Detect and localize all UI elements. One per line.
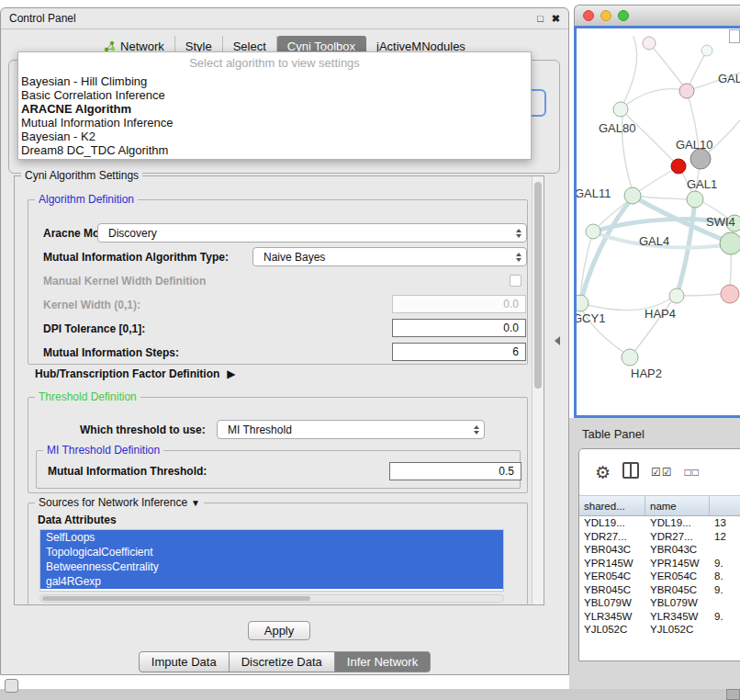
- collapse-panel-arrow-icon[interactable]: [555, 336, 560, 345]
- mi-threshold-group-title: MI Threshold Definition: [43, 444, 163, 457]
- combo-stepper-icon: [516, 253, 521, 262]
- data-attributes-label: Data Attributes: [38, 513, 117, 527]
- aracne-mode-select[interactable]: Discovery: [97, 223, 527, 243]
- float-window-icon[interactable]: □: [537, 13, 544, 24]
- minimized-panel-icon[interactable]: [5, 679, 18, 693]
- algorithm-option[interactable]: Basic Correlation Inference: [18, 88, 531, 102]
- cell-shared-name: YLR345W: [579, 611, 645, 622]
- settings-scrollbar-thumb[interactable]: [534, 182, 542, 389]
- manual-kernel-checkbox[interactable]: [510, 275, 521, 287]
- algorithm-option[interactable]: ARACNE Algorithm: [18, 102, 531, 116]
- cell-name: YBR045C: [645, 584, 710, 595]
- table-row[interactable]: YBL079W YBL079W: [579, 596, 740, 610]
- network-tab-icon: [104, 40, 116, 52]
- column-header-third[interactable]: [710, 496, 740, 515]
- attribute-item[interactable]: SelfLoops: [40, 530, 503, 545]
- node-hap4[interactable]: [669, 288, 684, 303]
- algorithm-option[interactable]: Mutual Information Inference: [18, 116, 531, 130]
- cell-shared-name: YBR045C: [579, 584, 645, 595]
- table-row[interactable]: YBR045C YBR045C 9.: [579, 583, 740, 597]
- node-label-swi4: SWI4: [706, 215, 735, 229]
- algorithm-placeholder: Select algorithm to view settings: [18, 52, 531, 74]
- select-columns-icon[interactable]: ☑☑: [651, 466, 673, 479]
- node-hap2[interactable]: [622, 349, 638, 366]
- node-gal4[interactable]: [720, 232, 740, 254]
- column-header-shared-name[interactable]: shared...: [579, 496, 645, 515]
- gear-icon[interactable]: ⚙: [595, 462, 611, 483]
- node-gal11[interactable]: [624, 187, 641, 204]
- column-header-name[interactable]: name: [645, 496, 710, 515]
- algorithm-dropdown-popup: Select algorithm to view settings Bayesi…: [17, 51, 532, 160]
- minimize-traffic-light-icon[interactable]: [600, 10, 611, 21]
- algorithm-option[interactable]: Dream8 DC_TDC Algorithm: [18, 143, 531, 157]
- network-window-titlebar[interactable]: [574, 5, 740, 26]
- algorithm-option[interactable]: Bayesian - K2: [18, 130, 531, 143]
- table-row[interactable]: YDR27... YDR27... 12: [579, 530, 740, 544]
- mi-algorithm-type-select[interactable]: Naive Bayes: [252, 247, 527, 266]
- node-label-gal10: GAL10: [676, 138, 712, 152]
- threshold-definition-title: Threshold Definition: [35, 390, 140, 403]
- cell-name: YER054C: [645, 570, 710, 581]
- resize-grip[interactable]: [726, 689, 740, 700]
- cell-shared-name: YBL079W: [579, 597, 645, 608]
- attributes-h-scrollbar[interactable]: [39, 594, 504, 603]
- zoom-traffic-light-icon[interactable]: [618, 10, 629, 21]
- sources-group-title[interactable]: Sources for Network Inference▼: [35, 496, 204, 510]
- aracne-mode-value: Discovery: [108, 227, 157, 240]
- node-pink-right[interactable]: [721, 285, 739, 303]
- cell-name: YJL052C: [645, 624, 710, 635]
- attributes-h-scrollbar-thumb[interactable]: [42, 596, 310, 601]
- attribute-item[interactable]: TopologicalCoefficient: [40, 545, 503, 559]
- node-gal8[interactable]: [679, 84, 694, 98]
- mi-threshold-label: Mutual Information Threshold:: [48, 464, 207, 479]
- cell-value: 12: [710, 531, 740, 542]
- dpi-tolerance-input[interactable]: [392, 319, 526, 337]
- settings-group-title: Cyni Algorithm Settings: [21, 169, 142, 182]
- attribute-item[interactable]: BetweennessCentrality: [40, 559, 503, 574]
- mi-algorithm-type-value: Naive Bayes: [263, 251, 325, 264]
- apply-button[interactable]: Apply: [248, 621, 310, 640]
- close-window-icon[interactable]: ✖: [552, 13, 560, 25]
- node-gal10[interactable]: [690, 149, 711, 169]
- node-small-top[interactable]: [643, 37, 656, 50]
- node-gal80[interactable]: [613, 102, 628, 117]
- algorithm-definition-group: Algorithm Definition Aracne Mode: Discov…: [28, 199, 528, 365]
- sources-group: Sources for Network Inference▼ Data Attr…: [28, 502, 528, 604]
- hub-definition-expander[interactable]: Hub/Transcription Factor Definition ▶: [35, 367, 236, 381]
- column-view-icon[interactable]: [622, 462, 639, 482]
- deselect-columns-icon[interactable]: □□: [685, 466, 701, 479]
- node-label-hap4: HAP4: [645, 307, 676, 321]
- mi-threshold-group: MI Threshold Definition Mutual Informati…: [36, 450, 521, 489]
- table-row[interactable]: YPR145W YPR145W 9.: [579, 557, 740, 570]
- mi-threshold-input[interactable]: [389, 462, 521, 480]
- table-row[interactable]: YDL19... YDL19... 13: [579, 516, 740, 530]
- node-small-top2[interactable]: [701, 45, 712, 56]
- which-threshold-value: MI Threshold: [228, 423, 292, 436]
- attribute-item[interactable]: gal4RGexp: [40, 574, 503, 589]
- table-toolbar: ⚙ ☑☑ □□: [579, 449, 740, 495]
- close-traffic-light-icon[interactable]: [583, 10, 594, 21]
- bottom-tabbar: Impute Data Discretize Data Infer Networ…: [1, 651, 568, 672]
- tab-impute-data[interactable]: Impute Data: [139, 651, 230, 672]
- network-canvas[interactable]: GAL8 GAL80 GAL10 GAL11 GAL1 SWI4 GAL4 GC…: [574, 26, 740, 418]
- table-row[interactable]: YER054C YER054C 8.: [579, 570, 740, 583]
- table-row[interactable]: YJL052C YJL052C: [579, 623, 740, 637]
- node-label-gcy1: GCY1: [577, 311, 605, 325]
- node-label-gal1: GAL1: [687, 177, 717, 191]
- which-threshold-select[interactable]: MI Threshold: [217, 420, 485, 439]
- kernel-width-label: Kernel Width (0,1):: [43, 298, 140, 312]
- settings-scrollbar[interactable]: [532, 176, 544, 604]
- tab-discretize-data[interactable]: Discretize Data: [229, 651, 335, 672]
- cell-name: YPR145W: [645, 558, 710, 569]
- node-gcy1[interactable]: [577, 295, 589, 311]
- algorithm-option[interactable]: Bayesian - Hill Climbing: [18, 74, 531, 88]
- node-left-mid[interactable]: [586, 224, 600, 239]
- kernel-width-input[interactable]: [392, 295, 526, 313]
- cell-name: YLR345W: [645, 611, 710, 622]
- table-row[interactable]: YLR345W YLR345W 9.: [579, 610, 740, 624]
- mi-steps-input[interactable]: [392, 343, 526, 361]
- tab-infer-network[interactable]: Infer Network: [334, 651, 431, 672]
- node-red-selected[interactable]: [671, 159, 686, 174]
- node-gal1[interactable]: [687, 191, 703, 208]
- table-row[interactable]: YBR043C YBR043C: [579, 543, 740, 557]
